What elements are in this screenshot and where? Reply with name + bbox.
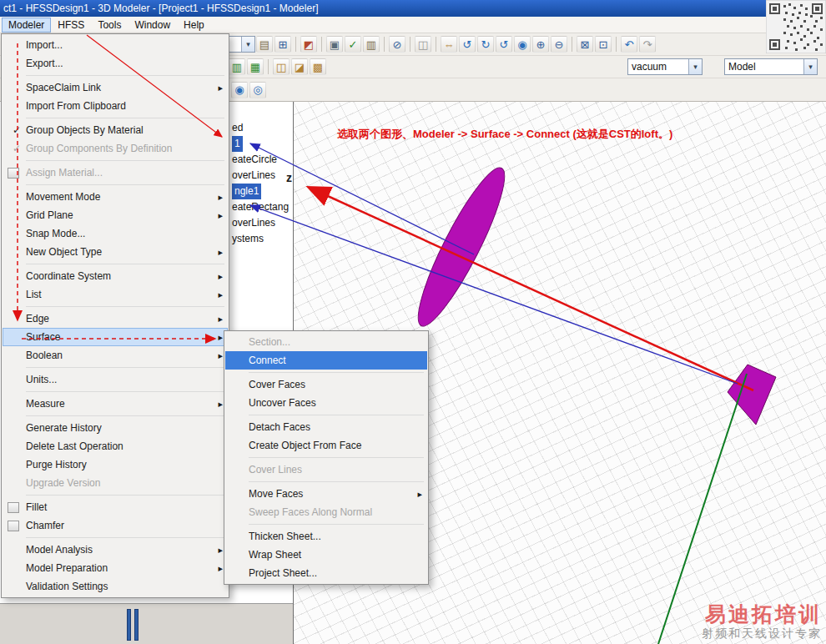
- tree-item-overlines[interactable]: overLines: [232, 168, 289, 184]
- measure-mode-icon[interactable]: ⊞: [274, 36, 291, 53]
- menu-item-new-object-type[interactable]: ✓ New Object Type ▸: [3, 243, 228, 261]
- menu-item-delete-last-operation[interactable]: ✓ Delete Last Operation ▸: [3, 437, 228, 455]
- mesh-display-icon[interactable]: ◎: [249, 82, 266, 98]
- menu-item-group-components-by-definition[interactable]: ✓ Group Components By Definition ▸: [3, 139, 228, 158]
- menu-item-project-sheet[interactable]: ✓ Project Sheet... ▸: [225, 564, 427, 582]
- orbit-icon[interactable]: ◉: [514, 36, 531, 53]
- submenu-arrow-icon: ▸: [213, 289, 223, 300]
- mirror-icon[interactable]: ◫: [273, 58, 290, 75]
- notes-icon[interactable]: ▥: [363, 36, 380, 53]
- menu-item-cover-faces[interactable]: ✓ Cover Faces ▸: [225, 375, 427, 394]
- menu-item-create-object-from-face[interactable]: ✓ Create Object From Face ▸: [225, 436, 427, 455]
- tree-item-ystems[interactable]: ystems: [232, 231, 289, 247]
- menu-tools[interactable]: Tools: [91, 18, 128, 33]
- menu-item-cover-lines[interactable]: ✓ Cover Lines ▸: [225, 460, 427, 479]
- menu-item-units[interactable]: ✓ Units... ▸: [3, 370, 228, 389]
- submenu-arrow-icon: ▸: [213, 210, 223, 221]
- rotate-center-icon[interactable]: ↻: [477, 36, 494, 53]
- menu-item-sweep-faces-along-normal[interactable]: ✓ Sweep Faces Along Normal ▸: [225, 503, 427, 521]
- menu-item-group-objects-by-material[interactable]: ✓ Group Objects By Material ▸: [3, 121, 228, 139]
- menu-item-section[interactable]: ✓ Section... ▸: [225, 333, 427, 351]
- menu-window[interactable]: Window: [128, 18, 177, 33]
- menu-item-thicken-sheet[interactable]: ✓ Thicken Sheet... ▸: [225, 527, 427, 546]
- separator: [26, 537, 224, 538]
- menu-item-fillet[interactable]: ✓ Fillet ▸: [3, 498, 228, 516]
- find-icon[interactable]: ⊘: [389, 36, 405, 53]
- surface-submenu: ✓ Section... ▸ ✓ Connect ▸ ✓ Cover Faces…: [224, 330, 429, 585]
- menu-item-import-from-clipboard[interactable]: ✓ Import From Clipboard ▸: [3, 97, 228, 115]
- undo-icon[interactable]: ↶: [621, 36, 637, 53]
- offset-icon[interactable]: ◪: [291, 58, 308, 75]
- menu-item-export[interactable]: ✓ Export... ▸: [3, 54, 228, 73]
- menu-item-model-analysis[interactable]: ✓ Model Analysis ▸: [3, 541, 228, 559]
- zoom-window-icon[interactable]: ⊠: [577, 36, 593, 53]
- menu-item-coordinate-system[interactable]: ✓ Coordinate System ▸: [3, 267, 228, 285]
- tree-item-eaterectang[interactable]: eateRectang: [232, 199, 289, 215]
- menu-item-boolean[interactable]: ✓ Boolean ▸: [3, 346, 228, 365]
- panel-splitter[interactable]: [127, 609, 139, 641]
- combo-dropdown-icon[interactable]: ▾: [688, 59, 702, 74]
- boundary-display-icon[interactable]: ◉: [231, 82, 248, 98]
- print-icon[interactable]: ▣: [326, 36, 343, 53]
- zoom-out-icon[interactable]: ⊖: [551, 36, 567, 53]
- menu-item-list[interactable]: ✓ List ▸: [3, 285, 228, 304]
- copy-screen-icon[interactable]: ▤: [256, 36, 273, 53]
- tree-item-overlines[interactable]: overLines: [232, 215, 289, 231]
- combo-dropdown-icon[interactable]: ▾: [241, 37, 254, 52]
- material-combo[interactable]: vacuum ▾: [627, 58, 703, 75]
- menu-item-model-preparation[interactable]: ✓ Model Preparation ▸: [3, 559, 228, 577]
- align-center-icon[interactable]: ▥: [229, 58, 245, 75]
- menu-item-connect[interactable]: ✓ Connect ▸: [225, 351, 427, 370]
- menu-item-generate-history[interactable]: ✓ Generate History ▸: [3, 419, 228, 437]
- rotate-view-icon[interactable]: ↺: [459, 36, 476, 53]
- zoom-in-icon[interactable]: ⊕: [532, 36, 549, 53]
- tree-item-eatecircle[interactable]: eateCircle: [232, 152, 289, 168]
- separator: [26, 118, 224, 118]
- menu-help[interactable]: Help: [177, 18, 211, 33]
- menu-modeler[interactable]: Modeler: [2, 18, 51, 33]
- tree-item-1[interactable]: 1: [232, 136, 243, 152]
- menu-hfss[interactable]: HFSS: [51, 18, 91, 33]
- validate-check-icon[interactable]: ✓: [345, 36, 361, 53]
- menu-item-detach-faces[interactable]: ✓ Detach Faces ▸: [225, 418, 427, 436]
- menu-item-grid-plane[interactable]: ✓ Grid Plane ▸: [3, 206, 228, 224]
- rotate-model-icon[interactable]: ↺: [496, 36, 512, 53]
- separator: [26, 160, 224, 161]
- menu-item-wrap-sheet[interactable]: ✓ Wrap Sheet ▸: [225, 546, 427, 564]
- submenu-arrow-icon: ▸: [213, 192, 223, 203]
- separator: [436, 37, 436, 52]
- menu-item-movement-mode[interactable]: ✓ Movement Mode ▸: [3, 188, 228, 206]
- toolbar-icons-3: ◉◎: [230, 82, 267, 98]
- align-right-icon[interactable]: ▦: [247, 58, 264, 75]
- menu-item-upgrade-version[interactable]: ✓ Upgrade Version ▸: [3, 474, 228, 492]
- menu-item-import[interactable]: ✓ Import... ▸: [3, 36, 228, 54]
- tree-item-ngle1[interactable]: ngle1: [232, 184, 261, 199]
- menu-item-move-faces[interactable]: ✓ Move Faces ▸: [225, 485, 427, 503]
- fit-all-icon[interactable]: ⊡: [595, 36, 612, 53]
- title-bar[interactable]: ct1 - HFSSDesign1 - 3D Modeler - [Projec…: [0, 0, 826, 17]
- modeler-dropdown-menu: ✓ Import... ▸ ✓ Export... ▸ ✓ SpaceClaim…: [1, 33, 229, 598]
- menu-item-chamfer[interactable]: ✓ Chamfer ▸: [3, 516, 228, 535]
- menu-item-spaceclaim-link[interactable]: ✓ SpaceClaim Link ▸: [3, 78, 228, 97]
- model-combo[interactable]: Model ▾: [724, 58, 818, 75]
- menu-item-purge-history[interactable]: ✓ Purge History ▸: [3, 455, 228, 474]
- pan-icon[interactable]: ⇔: [441, 36, 457, 53]
- copy-icon[interactable]: ◫: [415, 36, 431, 53]
- menu-item-assign-material[interactable]: ✓ Assign Material... ▸: [3, 164, 228, 182]
- dock-area: [0, 603, 293, 644]
- separator: [249, 481, 424, 482]
- separator: [249, 415, 424, 415]
- check-icon: ✓: [8, 143, 26, 154]
- redo-icon[interactable]: ↷: [639, 36, 656, 53]
- menu-item-measure[interactable]: ✓ Measure ▸: [3, 395, 228, 413]
- combo-dropdown-icon[interactable]: ▾: [803, 59, 817, 74]
- menu-item-snap-mode[interactable]: ✓ Snap Mode... ▸: [3, 224, 228, 243]
- tree-item-ed[interactable]: ed: [232, 120, 289, 136]
- color-swatch-icon[interactable]: ◩: [300, 36, 317, 53]
- menu-item-surface[interactable]: ✓ Surface ▸: [3, 328, 228, 346]
- menu-item-validation-settings[interactable]: ✓ Validation Settings ▸: [3, 577, 228, 596]
- menu-item-edge[interactable]: ✓ Edge ▸: [3, 309, 228, 328]
- sweep-icon[interactable]: ▩: [310, 58, 326, 75]
- menu-item-uncover-faces[interactable]: ✓ Uncover Faces ▸: [225, 394, 427, 412]
- separator: [616, 37, 617, 52]
